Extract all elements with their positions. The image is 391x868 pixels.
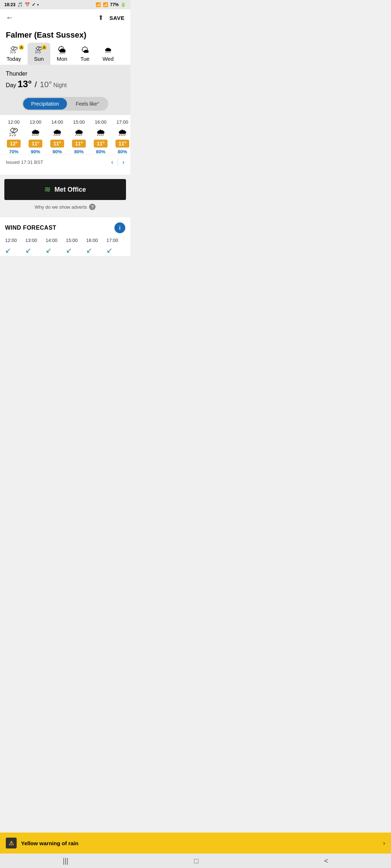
back-button[interactable]: ←	[6, 13, 14, 22]
hour-temp-3: 11°	[72, 140, 85, 148]
status-bar: 18:23 🎵 📅 ✓ • 📶 📶 77% 🔋	[0, 0, 130, 9]
status-right: 📶 📶 77% 🔋	[96, 2, 126, 7]
ad-section: ≋ Met Office Why do we show adverts ?	[0, 175, 130, 214]
tab-wed[interactable]: 🌧 Wed	[96, 43, 120, 65]
feels-like-toggle[interactable]: Feels like°	[68, 98, 107, 110]
wed-icon: 🌧	[104, 46, 112, 55]
hourly-item-5: 17:00 🌧 11° 80%	[113, 119, 130, 154]
tab-today[interactable]: ⛈ Today ⚠	[0, 43, 28, 65]
mon-label: Mon	[57, 56, 67, 62]
ad-banner[interactable]: ≋ Met Office	[4, 179, 126, 200]
wind-arrow-2: ↙	[46, 246, 62, 255]
wind-title: WIND FORECAST	[5, 225, 56, 231]
hour-temp-1: 11°	[29, 140, 42, 148]
hour-time-5: 17:00	[117, 119, 129, 125]
hour-temp-2: 11°	[50, 140, 64, 148]
wind-header: WIND FORECAST i	[5, 222, 125, 233]
today-warning-badge: ⚠	[19, 45, 24, 50]
dot-icon: •	[37, 2, 39, 7]
today-label: Today	[7, 56, 21, 62]
hourly-item-0: 12:00 ⛈ 12° 70%	[4, 119, 23, 154]
night-temperature: 10°	[40, 80, 52, 89]
hour-precip-1: 90%	[31, 149, 40, 154]
tab-mon[interactable]: 🌦 Mon	[50, 43, 74, 65]
hour-temp-5: 11°	[115, 140, 129, 148]
wind-arrow-0: ↙	[5, 246, 21, 255]
wind-time-0: 12:00	[5, 238, 21, 243]
wind-section: WIND FORECAST i 12:00 13:00 14:00 15:00 …	[0, 217, 130, 256]
hour-precip-4: 80%	[96, 149, 105, 154]
hour-time-0: 12:00	[8, 119, 20, 125]
hour-precip-5: 80%	[118, 149, 127, 154]
hour-time-2: 14:00	[51, 119, 63, 125]
wed-label: Wed	[102, 56, 114, 62]
hour-icon-2: 🌧	[52, 127, 62, 138]
prev-arrow-button[interactable]: ‹	[111, 158, 113, 166]
hour-time-1: 13:00	[30, 119, 42, 125]
today-icon: ⛈	[10, 46, 18, 55]
battery-level: 77%	[110, 2, 119, 7]
mon-icon: 🌦	[58, 46, 66, 55]
wind-time-1: 13:00	[25, 238, 41, 243]
wind-arrow-1: ↙	[25, 246, 41, 255]
hour-precip-2: 90%	[52, 149, 62, 154]
wind-arrow-5: ↙	[106, 246, 122, 255]
toggle-row: Precipitation Feels like°	[0, 93, 130, 115]
met-office-waves-icon: ≋	[44, 185, 51, 194]
wind-time-3: 15:00	[66, 238, 82, 243]
hour-precip-0: 70%	[9, 149, 18, 154]
hourly-section: 12:00 ⛈ 12° 70% 13:00 🌧 11° 90% 14:00 🌧 …	[0, 115, 130, 175]
hour-temp-0: 12°	[7, 140, 20, 148]
hour-temp-4: 11°	[94, 140, 107, 148]
ad-why-text: Why do we show adverts	[35, 204, 87, 210]
day-label: Day	[6, 82, 16, 89]
hourly-item-2: 14:00 🌧 11° 90%	[48, 119, 67, 154]
ad-info-icon[interactable]: ?	[89, 204, 96, 210]
wind-time-5: 17:00	[106, 238, 122, 243]
issued-row: Issued 17:31 BST ‹ ›	[0, 154, 130, 170]
toggle-container: Precipitation Feels like°	[22, 97, 108, 111]
wind-info-button[interactable]: i	[114, 222, 125, 233]
wifi-icon: 📶	[96, 2, 101, 7]
sun-label: Sun	[34, 56, 44, 62]
hour-icon-3: 🌧	[74, 127, 84, 138]
night-label: Night	[53, 82, 67, 89]
met-office-name: Met Office	[54, 186, 86, 193]
save-button[interactable]: SAVE	[109, 15, 125, 21]
wind-time-4: 16:00	[86, 238, 102, 243]
temp-separator: /	[35, 80, 37, 89]
bottom-spacer	[0, 256, 130, 292]
hour-icon-1: 🌧	[31, 127, 40, 138]
precipitation-toggle[interactable]: Precipitation	[23, 98, 67, 110]
location-title: Falmer (East Sussex)	[0, 26, 130, 40]
hourly-scroll: 12:00 ⛈ 12° 70% 13:00 🌧 11° 90% 14:00 🌧 …	[0, 119, 130, 154]
calendar-icon: 📅	[25, 2, 30, 7]
location-name: Falmer (East Sussex)	[6, 30, 87, 39]
day-temperature: 13°	[17, 78, 31, 90]
wind-time-2: 14:00	[46, 238, 62, 243]
wind-arrow-4: ↙	[86, 246, 102, 255]
hour-time-3: 15:00	[73, 119, 85, 125]
ad-label[interactable]: Why do we show adverts ?	[4, 204, 126, 210]
status-left: 18:23 🎵 📅 ✓ •	[4, 2, 39, 7]
next-arrow-button[interactable]: ›	[122, 158, 125, 166]
hour-icon-4: 🌧	[96, 127, 105, 138]
share-button[interactable]: ⬆	[98, 14, 104, 22]
hour-precip-3: 80%	[74, 149, 84, 154]
tab-sun[interactable]: ⛈ Sun ⚠	[28, 43, 50, 65]
tue-icon: 🌤	[81, 46, 89, 55]
battery-icon: 🔋	[121, 2, 126, 7]
weather-summary: Thunder Day 13° / 10° Night	[0, 65, 130, 93]
wind-arrows-row: ↙ ↙ ↙ ↙ ↙ ↙	[5, 246, 125, 256]
signal-icon: 📶	[103, 2, 108, 7]
temperature-row: Day 13° / 10° Night	[6, 78, 125, 90]
wind-times: 12:00 13:00 14:00 15:00 16:00 17:00	[5, 238, 125, 246]
tab-tue[interactable]: 🌤 Tue	[74, 43, 96, 65]
arrow-divider	[118, 159, 118, 166]
met-office-logo: ≋ Met Office	[44, 185, 86, 194]
hourly-item-1: 13:00 🌧 11° 90%	[26, 119, 45, 154]
status-time: 18:23	[4, 2, 16, 7]
weather-type: Thunder	[6, 71, 125, 77]
sun-warning-badge: ⚠	[42, 45, 47, 50]
day-tabs: ⛈ Today ⚠ ⛈ Sun ⚠ 🌦 Mon 🌤 Tue 🌧 Wed	[0, 40, 130, 65]
